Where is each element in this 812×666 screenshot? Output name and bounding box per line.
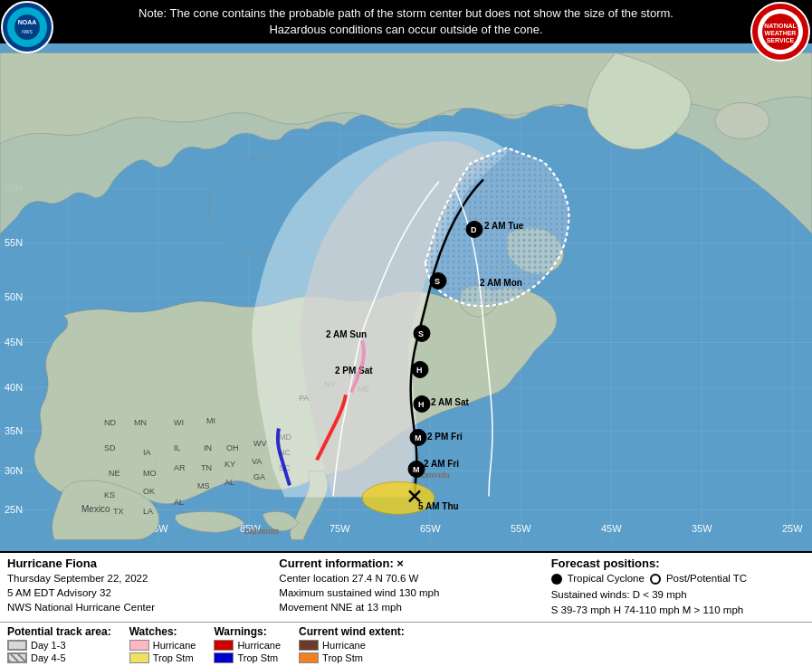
svg-text:Mexico: Mexico xyxy=(81,505,110,515)
svg-text:45W: 45W xyxy=(601,524,622,535)
bottom-top-row: Hurricane Fiona Thursday September 22, 2… xyxy=(0,553,812,623)
wind-hurricane-row: Hurricane xyxy=(299,640,405,651)
svg-text:MO: MO xyxy=(143,470,157,479)
svg-text:AL: AL xyxy=(174,499,184,508)
storm-info-section: Hurricane Fiona Thursday September 22, 2… xyxy=(7,557,261,614)
wind-tropstm-label: Trop Stm xyxy=(322,652,363,663)
fp-tropical-cyclone-row: Tropical Cyclone Post/Potential TC xyxy=(551,571,805,586)
wind-categories-text: S 39-73 mph H 74-110 mph M > 110 mph xyxy=(551,603,744,618)
track-day45-label: Day 4-5 xyxy=(31,652,66,663)
svg-text:55W: 55W xyxy=(511,524,531,535)
svg-text:KY: KY xyxy=(224,461,235,470)
svg-text:55N: 55N xyxy=(5,238,23,249)
noaa-logo: NOAA NWS xyxy=(0,0,54,54)
tropical-cyclone-dot xyxy=(551,574,562,585)
svg-text:2 AM Sun: 2 AM Sun xyxy=(326,330,367,340)
svg-text:IN: IN xyxy=(204,444,212,453)
svg-text:SERVICE: SERVICE xyxy=(767,37,795,43)
svg-text:IA: IA xyxy=(143,449,151,458)
warn-tropstm-label: Trop Stm xyxy=(237,652,278,663)
svg-text:2 AM Sat: 2 AM Sat xyxy=(431,398,470,408)
svg-text:ND: ND xyxy=(104,419,116,428)
watches-title: Watches: xyxy=(129,625,196,638)
svg-text:65W: 65W xyxy=(420,524,441,535)
svg-text:2 AM Fri: 2 AM Fri xyxy=(424,460,459,470)
warn-tropstm-row: Trop Stm xyxy=(214,652,281,663)
svg-text:2 PM Sat: 2 PM Sat xyxy=(335,366,373,376)
storm-date: Thursday September 22, 2022 xyxy=(7,571,261,585)
post-tc-label: Post/Potential TC xyxy=(666,571,747,586)
fp-winds-row: Sustained winds: D < 39 mph xyxy=(551,587,805,603)
svg-text:AR: AR xyxy=(174,464,186,473)
svg-text:25W: 25W xyxy=(782,524,803,535)
svg-text:WI: WI xyxy=(174,419,184,428)
svg-text:5 AM Thu: 5 AM Thu xyxy=(418,502,459,512)
windextent-legend: Current wind extent: Hurricane Trop Stm xyxy=(299,625,405,663)
wind-tropstm-swatch xyxy=(299,652,319,663)
watch-tropstm-label: Trop Stm xyxy=(153,652,194,663)
svg-text:MI: MI xyxy=(206,417,215,426)
svg-text:TN: TN xyxy=(201,464,212,473)
current-info-title: Current information: × xyxy=(279,557,532,570)
svg-text:MN: MN xyxy=(134,419,147,428)
note-text: Note: The cone contains the probable pat… xyxy=(139,6,673,36)
watches-legend: Watches: Hurricane Trop Stm xyxy=(129,625,196,663)
current-info-section: Current information: × Center location 2… xyxy=(279,557,532,614)
max-wind: Maximum sustained wind 130 mph xyxy=(279,585,532,600)
svg-text:30N: 30N xyxy=(5,466,23,477)
warn-tropstm-swatch xyxy=(214,652,234,663)
svg-text:WV: WV xyxy=(253,440,267,449)
svg-text:LA: LA xyxy=(143,508,153,517)
watch-tropstm-row: Trop Stm xyxy=(129,652,196,663)
forecast-title: Forecast positions: xyxy=(551,557,805,570)
svg-text:H: H xyxy=(418,401,425,410)
watch-tropstm-swatch xyxy=(129,652,149,663)
track-title: Potential track area: xyxy=(7,625,111,638)
svg-text:S: S xyxy=(435,278,440,287)
watch-hurricane-label: Hurricane xyxy=(153,640,196,651)
track-day45-swatch xyxy=(7,652,27,663)
movement: Movement NNE at 13 mph xyxy=(279,600,532,614)
svg-text:Bahamas: Bahamas xyxy=(244,528,280,537)
nws-logo: NATIONAL WEATHER SERVICE xyxy=(749,0,812,63)
map-svg: 65N 60N 55N 50N 45N 40N 35N 30N 25N 105W… xyxy=(0,43,812,551)
wind-hurricane-label: Hurricane xyxy=(322,640,366,651)
tropical-cyclone-label: Tropical Cyclone xyxy=(568,571,645,586)
svg-text:D: D xyxy=(471,226,477,235)
svg-text:M: M xyxy=(413,466,420,475)
svg-text:TX: TX xyxy=(113,508,124,517)
center-location: Center location 27.4 N 70.6 W xyxy=(279,571,532,585)
svg-text:VA: VA xyxy=(252,458,262,467)
watch-hurricane-row: Hurricane xyxy=(129,640,196,651)
track-day45-row: Day 4-5 xyxy=(7,652,111,663)
svg-text:OH: OH xyxy=(226,444,239,453)
legend-row: Potential track area: Day 1-3 Day 4-5 Wa… xyxy=(0,623,812,666)
svg-text:2 AM Mon: 2 AM Mon xyxy=(480,279,522,289)
svg-text:50N: 50N xyxy=(5,292,23,303)
watch-hurricane-swatch xyxy=(129,640,149,651)
svg-text:OK: OK xyxy=(143,488,155,497)
svg-text:GA: GA xyxy=(253,473,265,482)
svg-text:NATIONAL: NATIONAL xyxy=(764,23,797,29)
svg-text:NE: NE xyxy=(109,470,120,479)
wind-tropstm-row: Trop Stm xyxy=(299,652,405,663)
svg-text:35W: 35W xyxy=(692,524,712,535)
svg-point-50 xyxy=(715,103,769,139)
track-day13-label: Day 1-3 xyxy=(31,640,66,651)
storm-advisory: 5 AM EDT Advisory 32 xyxy=(7,585,261,600)
note-banner: Note: The cone contains the probable pat… xyxy=(0,0,812,43)
fp-wind-categories-row: S 39-73 mph H 74-110 mph M > 110 mph xyxy=(551,603,805,618)
svg-text:M: M xyxy=(415,434,422,443)
svg-text:35N: 35N xyxy=(5,426,23,437)
map-area: 65N 60N 55N 50N 45N 40N 35N 30N 25N 105W… xyxy=(0,43,812,551)
warn-hurricane-label: Hurricane xyxy=(237,640,281,651)
warnings-title: Warnings: xyxy=(214,625,281,638)
svg-text:IL: IL xyxy=(174,444,181,453)
svg-text:WEATHER: WEATHER xyxy=(765,30,797,36)
warn-hurricane-row: Hurricane xyxy=(214,640,281,651)
svg-text:S: S xyxy=(418,330,424,339)
svg-text:40N: 40N xyxy=(5,383,23,394)
svg-text:25N: 25N xyxy=(5,505,23,516)
svg-text:MS: MS xyxy=(197,482,210,491)
warnings-legend: Warnings: Hurricane Trop Stm xyxy=(214,625,281,663)
